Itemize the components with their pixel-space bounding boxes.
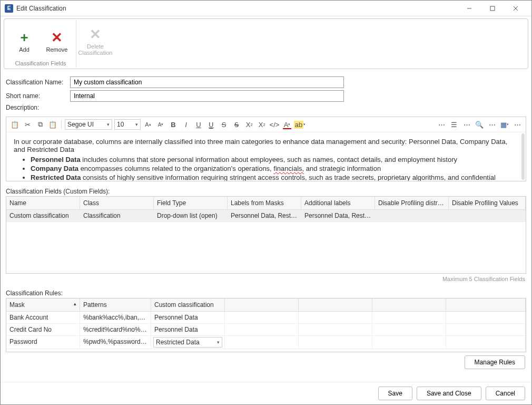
table-row[interactable]: Password %pwd%,%password%,… Restricted D… [6, 336, 526, 349]
fields-section-label: Classification Fields (Custom Fields): [1, 185, 531, 196]
classification-rules-grid: Mask▴ Patterns Custom classification Ban… [6, 298, 526, 352]
description-bullet-2: Company Data encompasses columns related… [31, 165, 518, 172]
highlight-icon[interactable]: ab▾ [294, 119, 305, 130]
col-name[interactable]: Name [6, 197, 80, 209]
bullet-list-icon[interactable]: ☰ [449, 119, 459, 130]
font-size-select[interactable]: 10▾ [114, 119, 141, 130]
sort-asc-icon: ▴ [74, 301, 76, 308]
font-color-icon[interactable]: A▾ [282, 119, 292, 130]
minimize-button[interactable] [458, 1, 481, 16]
ribbon: + Add ✕ Remove Classification Fields ✕ D… [4, 18, 528, 69]
editor-toolbar: 📋 ✂ ⧉ 📋 Segoe UI▾ 10▾ A▴ A▾ B I U U̲ S S… [6, 117, 526, 132]
col-patterns[interactable]: Patterns [80, 298, 151, 311]
delete-label: Delete Classification [77, 43, 114, 56]
x-icon: ✕ [90, 27, 101, 41]
cell-patterns: %credit%card%no%,%… [80, 324, 151, 335]
col-empty [372, 298, 446, 311]
titlebar: E Edit Classification [1, 1, 531, 16]
cell-custom: Personnel Data [151, 312, 225, 323]
scrollbar[interactable] [521, 133, 525, 180]
col-disable-distribution[interactable]: Disable Profiling distributi… [375, 197, 449, 209]
cell-patterns: %bank%acc%,iban,%ib… [80, 312, 151, 323]
col-labels-masks[interactable]: Labels from Masks [228, 197, 301, 209]
cell-labels-masks: Personnel Data, Restrict… [228, 210, 301, 221]
cell-custom-dropdown[interactable]: Restricted Data▾ [151, 336, 225, 349]
cell-disable-distribution [375, 210, 449, 221]
more-icon[interactable]: ⋯ [436, 119, 447, 130]
col-empty [299, 298, 372, 311]
x-icon: ✕ [51, 31, 63, 44]
cut-icon[interactable]: ✂ [22, 119, 33, 130]
window-controls [458, 1, 527, 16]
description-bullet-1: Personnel Data includes columns that sto… [31, 156, 518, 163]
bold-icon[interactable]: B [168, 119, 179, 130]
paste-icon[interactable]: 📋 [9, 119, 20, 130]
italic-icon[interactable]: I [181, 119, 191, 130]
table-row[interactable]: Custom classification Classification Dro… [6, 210, 526, 222]
more-icon[interactable]: ⋯ [512, 119, 523, 130]
col-class[interactable]: Class [80, 197, 154, 209]
description-intro: In our corporate database, columns are i… [14, 138, 518, 153]
save-and-close-button[interactable]: Save and Close [417, 387, 481, 400]
chevron-down-icon: ▾ [135, 122, 138, 127]
fields-footer-note: Maximum 5 Classification Fields [1, 274, 531, 286]
table-row[interactable]: Credit Card No %credit%card%no%,%… Perso… [6, 324, 526, 336]
grow-font-icon[interactable]: A▴ [143, 119, 153, 130]
fields-grid-header: Name Class Field Type Labels from Masks … [6, 197, 526, 210]
more-icon[interactable]: ⋯ [487, 119, 497, 130]
cell-disable-values [449, 210, 526, 221]
more-icon[interactable]: ⋯ [461, 119, 472, 130]
manage-rules-button[interactable]: Manage Rules [465, 355, 525, 369]
window-title: Edit Classification [16, 5, 458, 12]
copy-icon[interactable]: ⧉ [35, 119, 45, 130]
code-icon[interactable]: </> [269, 119, 280, 130]
font-family-select[interactable]: Segoe UI▾ [65, 119, 112, 130]
description-label: Description: [6, 104, 70, 111]
cancel-button[interactable]: Cancel [486, 387, 525, 400]
shrink-font-icon[interactable]: A▾ [155, 119, 166, 130]
paste-special-icon[interactable]: 📋 [47, 119, 58, 130]
col-custom-classification[interactable]: Custom classification [151, 298, 225, 311]
cell-class: Classification [80, 210, 154, 221]
form-area: Classification Name: Short name: Descrip… [1, 72, 531, 115]
col-fieldtype[interactable]: Field Type [154, 197, 228, 209]
rules-section-label: Classification Rules: [1, 286, 531, 298]
ribbon-group-delete: ✕ Delete Classification [76, 20, 114, 68]
cell-additional-labels: Personnel Data, Restrict… [301, 210, 375, 221]
find-icon[interactable]: 🔍 [474, 119, 485, 130]
col-additional-labels[interactable]: Additional labels [301, 197, 375, 209]
close-button[interactable] [504, 1, 527, 16]
rich-text-editor: 📋 ✂ ⧉ 📋 Segoe UI▾ 10▾ A▴ A▾ B I U U̲ S S… [6, 117, 526, 181]
table-icon[interactable]: ▦▾ [499, 119, 510, 130]
rules-grid-header: Mask▴ Patterns Custom classification [6, 298, 526, 312]
classification-name-input[interactable] [70, 76, 344, 88]
col-mask[interactable]: Mask▴ [6, 298, 80, 311]
double-underline-icon[interactable]: U̲ [206, 119, 216, 130]
remove-button[interactable]: ✕ Remove [42, 21, 72, 59]
double-strikethrough-icon[interactable]: S̶ [231, 119, 242, 130]
chevron-down-icon: ▾ [217, 340, 220, 345]
edit-classification-window: E Edit Classification + Add ✕ R [0, 0, 532, 405]
ribbon-group-fields: + Add ✕ Remove Classification Fields [5, 20, 76, 68]
short-name-input[interactable] [70, 90, 344, 102]
save-button[interactable]: Save [378, 387, 412, 400]
maximize-button[interactable] [481, 1, 504, 16]
cell-custom: Personnel Data [151, 324, 225, 335]
svg-rect-1 [490, 6, 495, 11]
classification-fields-grid: Name Class Field Type Labels from Masks … [6, 196, 526, 274]
strikethrough-icon[interactable]: S [219, 119, 229, 130]
add-button[interactable]: + Add [9, 21, 39, 59]
table-row[interactable]: Bank Account %bank%acc%,iban,%ib… Person… [6, 312, 526, 324]
subscript-icon[interactable]: X2 [257, 119, 267, 130]
superscript-icon[interactable]: X2 [244, 119, 254, 130]
description-bullet-3: Restricted Data consists of highly sensi… [31, 173, 518, 181]
cell-mask: Credit Card No [6, 324, 80, 335]
underline-icon[interactable]: U [193, 119, 204, 130]
plus-icon: + [20, 31, 28, 44]
editor-content[interactable]: In our corporate database, columns are i… [6, 132, 526, 181]
col-empty [446, 298, 526, 311]
col-empty [225, 298, 299, 311]
classification-name-label: Classification Name: [6, 79, 70, 86]
col-disable-values[interactable]: Disable Profiling Values [449, 197, 526, 209]
rules-grid-body: Bank Account %bank%acc%,iban,%ib… Person… [6, 312, 526, 352]
